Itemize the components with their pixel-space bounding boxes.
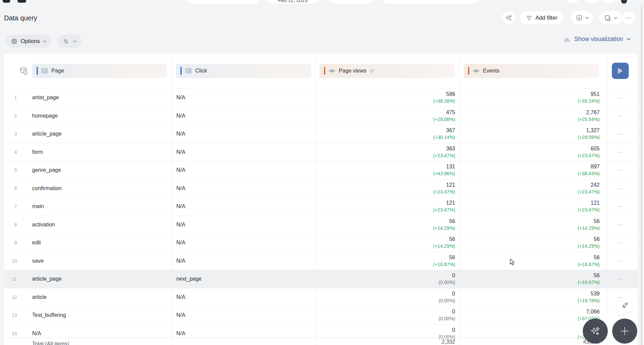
- events-value: 121: [591, 200, 600, 206]
- page-views-cell: 121 (+23.47%): [433, 182, 455, 195]
- plus-icon: [620, 326, 629, 336]
- page-views-value: 475: [446, 109, 455, 116]
- column-header-page-views[interactable]: Page views: [319, 64, 455, 78]
- events-change: (+14.29%): [578, 225, 600, 231]
- page-cell: save: [32, 258, 44, 264]
- data-source-icon[interactable]: [19, 66, 28, 76]
- row-more-button[interactable]: ⋯: [613, 148, 628, 156]
- row-more-button[interactable]: ⋯: [613, 130, 628, 138]
- row-more-button[interactable]: ⋯: [613, 112, 628, 119]
- row-more-button[interactable]: ⋯: [613, 167, 628, 174]
- duplicate-button[interactable]: [599, 11, 622, 24]
- page-views-cell: 0 (0.00%): [439, 272, 455, 286]
- row-index: 13: [4, 312, 17, 318]
- row-index: 4: [4, 149, 17, 155]
- events-cell: 605 (+23.47%): [578, 145, 600, 159]
- more-actions-button[interactable]: ⋯: [622, 11, 635, 24]
- row-index: 12: [4, 295, 17, 300]
- row-more-button[interactable]: ⋯: [613, 276, 628, 283]
- column-label: Click: [195, 68, 207, 74]
- list-icon: [41, 67, 48, 74]
- row-more-button[interactable]: ⋯: [613, 203, 628, 210]
- column-divider: [172, 54, 173, 345]
- events-value: 1,327: [586, 127, 600, 134]
- page-cell: activation: [32, 222, 55, 228]
- events-cell: 951 (+39.24%): [578, 91, 600, 104]
- ellipsis-icon: ⋯: [625, 15, 632, 21]
- chevron-down-icon: [614, 17, 617, 19]
- events-change: (+23.47%): [578, 188, 600, 195]
- run-query-button[interactable]: [612, 63, 629, 79]
- click-cell: N/A: [176, 95, 185, 101]
- sort-button[interactable]: [58, 35, 82, 48]
- vertical-scrollbar[interactable]: [641, 5, 642, 345]
- top-toolbar-button[interactable]: [585, 0, 600, 3]
- data-query-page: Feb 11, 2025 Data query Add filter: [0, 0, 644, 345]
- page-cell: main: [32, 203, 44, 209]
- column-header-click[interactable]: Click: [176, 64, 311, 78]
- chevron-down-icon: [73, 40, 76, 42]
- add-fab-button[interactable]: [612, 319, 637, 344]
- click-cell: N/A: [176, 203, 185, 209]
- bar-chart-icon: [564, 36, 571, 42]
- sparkles-icon: [590, 326, 600, 336]
- events-change: (+29.59%): [578, 134, 600, 141]
- chevron-down-icon: [627, 38, 630, 40]
- top-toolbar-control[interactable]: [186, 0, 259, 4]
- page-views-cell: 475 (+29.08%): [433, 109, 455, 123]
- events-value: 951: [591, 91, 600, 98]
- events-cell: 56 (+16.67%): [578, 254, 600, 268]
- click-cell: N/A: [176, 312, 185, 318]
- table-row: 13 Test_buffering N/A 0 (0.00%) 7,066 (+…: [4, 306, 638, 324]
- events-value: 56: [594, 272, 600, 279]
- export-button[interactable]: [571, 11, 594, 24]
- row-more-button[interactable]: ⋯: [613, 94, 628, 101]
- page-views-cell: 586 (+36.28%): [433, 91, 455, 104]
- click-cell: next_page: [176, 276, 202, 282]
- app-logo[interactable]: [18, 0, 26, 3]
- page-views-change: (+14.29%): [433, 225, 455, 231]
- row-more-button[interactable]: ⋯: [613, 239, 628, 246]
- row-index: 5: [4, 167, 17, 173]
- ai-assistant-button[interactable]: [502, 11, 515, 24]
- column-header-events[interactable]: Events: [464, 64, 599, 78]
- column-label: Page: [51, 68, 64, 74]
- events-value: 56: [594, 218, 600, 225]
- show-visualization-button[interactable]: Show visualization: [564, 36, 630, 43]
- sort-arrows-icon: [63, 38, 69, 44]
- page-views-change: (0.00%): [439, 279, 455, 286]
- table-row: 2 homepage N/A 475 (+29.08%) 2,767 (+25.…: [4, 107, 638, 125]
- events-value: 7,066: [586, 308, 600, 315]
- options-button[interactable]: Options: [6, 35, 51, 48]
- page-views-value: 56: [449, 254, 455, 261]
- app-logo[interactable]: [3, 0, 10, 3]
- download-icon: [576, 15, 582, 21]
- click-cell: N/A: [176, 131, 185, 137]
- filter-icon: [526, 16, 532, 20]
- add-filter-button[interactable]: Add filter: [520, 11, 563, 24]
- top-toolbar-control[interactable]: [382, 0, 478, 4]
- page-views-change: (+16.67%): [433, 261, 455, 268]
- ai-fab-button[interactable]: [583, 319, 608, 344]
- top-toolbar-button[interactable]: [565, 0, 580, 3]
- row-more-button[interactable]: ⋯: [613, 221, 628, 228]
- date-range-button[interactable]: Feb 11, 2025: [267, 0, 319, 4]
- table-row: 7 main N/A 121 (+23.47%) 121 (+23.47%) ⋯: [4, 197, 638, 216]
- row-more-button[interactable]: ⋯: [613, 185, 628, 192]
- click-cell: N/A: [176, 222, 185, 228]
- play-icon: [618, 68, 623, 74]
- page-views-change: (+30.14%): [433, 134, 455, 141]
- page-cell: article: [32, 294, 47, 300]
- top-toolbar-control[interactable]: [329, 0, 373, 4]
- top-toolbar-button[interactable]: [601, 0, 616, 3]
- row-more-button[interactable]: ⋯: [613, 257, 628, 264]
- page-cell: article_page: [32, 131, 62, 137]
- column-header-page[interactable]: Page: [32, 64, 167, 78]
- events-cell: 897 (+38.43%): [578, 163, 600, 177]
- row-index: 2: [4, 113, 17, 119]
- events-cell: 121 (+23.47%): [578, 200, 600, 213]
- click-cell: N/A: [176, 294, 185, 300]
- launch-button[interactable]: [617, 298, 632, 313]
- click-cell: N/A: [176, 185, 185, 191]
- column-accent: [324, 67, 325, 75]
